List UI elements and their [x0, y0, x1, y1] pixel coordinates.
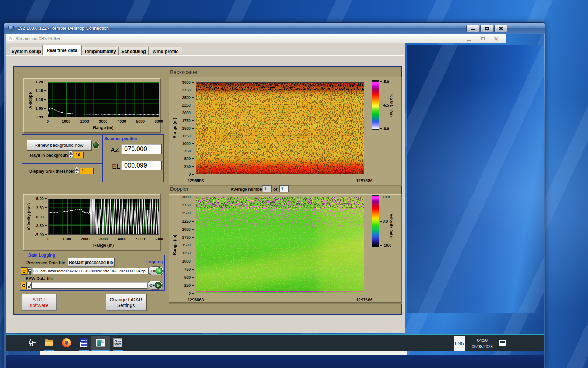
tab-strip: System setup Real time data Temp/humidit…	[6, 43, 405, 55]
average-number-label: Average number	[231, 187, 264, 192]
snr-threshold-label: Display SNR threshold	[29, 169, 75, 174]
ascope-plot	[48, 82, 159, 117]
ascope-y-axis-label: A-scope	[28, 85, 33, 115]
backscatter-colorbar-ticks: -5.0-6.5-8.0	[380, 82, 389, 129]
scan-scheduler-icon[interactable]: Scan sched	[113, 338, 123, 348]
doppler-title: Doppler	[170, 186, 189, 192]
rays-in-background-label: Rays in background	[30, 153, 70, 158]
raw-drive-letter[interactable]: C	[21, 282, 27, 289]
elevation-value: 000.099	[121, 161, 162, 170]
local-desktop: 192.168.0.122 - Remote Desktop Connectio…	[0, 0, 588, 368]
toggle-off-icon	[155, 282, 162, 289]
doppler-graph: Range (m) 300027502500225020001750150012…	[169, 194, 402, 303]
doppler-y-axis-label: Range (m)	[172, 227, 177, 263]
week-app-label: WEEK	[80, 339, 88, 342]
taskbar-time: 04:50	[466, 337, 498, 343]
change-lidar-settings-button[interactable]: Change LiDAR Settings	[106, 294, 146, 311]
toggle-on-icon	[156, 267, 163, 274]
vi-titlebar: StreamLine XR v14-6.vi	[6, 34, 506, 43]
rays-value-field[interactable]: 10	[74, 152, 84, 158]
doppler-heatmap	[196, 197, 364, 293]
backscatter-x-start: 1296663	[182, 178, 210, 183]
rdp-app-icon	[8, 26, 15, 31]
stop-software-button[interactable]: STOP software	[22, 294, 57, 311]
taskbar-clock[interactable]: 04:50 09/08/2023	[466, 337, 498, 350]
decrement-icon[interactable]	[68, 155, 73, 158]
firefox-icon[interactable]	[62, 338, 71, 348]
session-bottom-band	[6, 355, 544, 368]
restart-processed-file-button[interactable]: Restart processed file	[68, 258, 114, 267]
doppler-x-start: 1296663	[182, 298, 210, 302]
processed-browse-icon[interactable]	[27, 267, 31, 275]
remote-desktop-background	[407, 45, 544, 313]
ascope-x-ticks: 0100020003000400050006000	[48, 119, 159, 123]
close-button[interactable]	[494, 25, 507, 32]
minimize-button[interactable]	[466, 25, 479, 32]
vi-minimize-button[interactable]	[464, 35, 474, 42]
scan-scheduler-label: Scan sched	[113, 338, 122, 347]
maximize-icon	[485, 27, 489, 30]
doppler-y-ticks: 3000275025002250200017501500125010007505…	[178, 197, 194, 293]
average-total-field[interactable]: 1	[279, 185, 289, 192]
rdp-titlebar: 192.168.0.122 - Remote Desktop Connectio…	[4, 23, 545, 34]
snr-value-field[interactable]: 1	[80, 168, 94, 174]
vi-close-button[interactable]	[491, 35, 501, 42]
processed-data-file-label: Processed Data file	[26, 260, 65, 265]
doppler-colorbar	[372, 195, 379, 247]
maximize-button[interactable]	[480, 25, 493, 32]
app-area: System setup Real time data Temp/humidit…	[6, 43, 405, 333]
file-explorer-icon[interactable]	[44, 338, 54, 348]
velocity-x-axis-label: Range (m)	[48, 243, 159, 248]
vi-window-bottom-strip	[40, 351, 407, 355]
backscatter-y-ticks: 3000275025002250200017501500125010007505…	[178, 82, 194, 174]
processed-logging-toggle[interactable]: ON	[148, 266, 164, 275]
close-icon	[494, 37, 498, 41]
vi-maximize-button[interactable]	[478, 35, 488, 42]
data-logging-box: Data Logging Processed Data file Restart…	[20, 255, 165, 291]
processed-drive-letter[interactable]: C	[21, 267, 27, 275]
raw-path-field[interactable]	[31, 282, 147, 289]
tab-scheduling[interactable]: Scheduling	[119, 47, 149, 55]
minimize-icon	[471, 29, 475, 30]
doppler-x-end: 1297686	[350, 298, 378, 302]
backscatter-y-axis-label: Range (m)	[172, 111, 177, 146]
notification-center-icon[interactable]	[499, 340, 506, 346]
increment-icon[interactable]	[68, 151, 73, 155]
of-label: of	[273, 187, 277, 192]
tab-wind-profile[interactable]: Wind profile	[149, 47, 182, 55]
streamline-app-icon[interactable]	[96, 338, 105, 348]
tab-page: A-scope 1.201.151.101.050.99 01000200030…	[6, 55, 404, 333]
raw-data-file-label: RAW Data file	[26, 276, 53, 281]
processed-path-field[interactable]: C:\Lidar\Data\Proc\2023\202308\20230809\…	[32, 268, 149, 274]
change-line2: Settings	[117, 302, 135, 308]
logging-label: Logging	[146, 259, 163, 264]
decrement-icon[interactable]	[74, 171, 79, 175]
raw-logging-toggle[interactable]: OFF	[147, 281, 163, 290]
backscatter-x-end: 1297686	[350, 178, 378, 183]
language-indicator[interactable]: ENG	[454, 336, 465, 351]
tab-system-setup[interactable]: System setup	[10, 47, 42, 55]
data-logging-title: Data Logging	[27, 253, 57, 258]
rdp-window-title: 192.168.0.122 - Remote Desktop Connectio…	[18, 26, 109, 31]
raw-browse-icon[interactable]	[27, 282, 31, 289]
ascope-x-axis-label: Range (m)	[48, 125, 159, 130]
increment-icon[interactable]	[74, 167, 79, 171]
week-app-icon[interactable]: WEEK	[79, 338, 89, 348]
taskbar-date: 09/08/2023	[466, 343, 498, 350]
tab-temp-humidity[interactable]: Temp/humidity	[82, 47, 119, 55]
vi-app-icon	[8, 36, 13, 41]
renew-background-button[interactable]: Renew background now	[27, 140, 91, 150]
velocity-y-axis-label: Velocity (m/s)	[27, 200, 31, 233]
backscatter-colorbar	[372, 80, 379, 130]
average-number-field[interactable]: 1	[262, 185, 272, 192]
remote-session: StreamLine XR v14-6.vi System setup Real…	[6, 34, 544, 368]
velocity-graph: Velocity (m/s) 5.002.500.00-2.50-5.00 01…	[23, 194, 161, 251]
stop-line1: STOP	[33, 297, 46, 302]
snr-spinner[interactable]	[74, 167, 79, 175]
task-view-icon[interactable]	[28, 338, 37, 348]
divider	[22, 163, 102, 164]
backscatter-graph: Range (m) 300027502500225020001750150012…	[169, 77, 402, 185]
velocity-x-ticks: 0100020003000400050006000	[48, 237, 159, 241]
tab-real-time-data[interactable]: Real time data	[42, 45, 82, 55]
rays-spinner[interactable]	[68, 151, 73, 158]
